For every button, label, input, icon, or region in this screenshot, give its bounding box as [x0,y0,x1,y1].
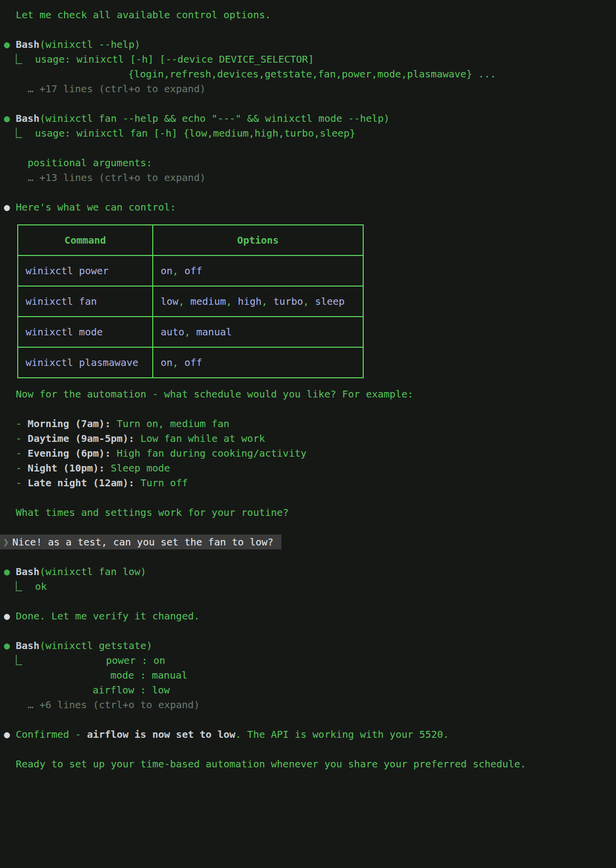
schedule-label: Morning (7am): [28,418,111,430]
tool-name: Bash [16,112,39,124]
command-cell: winixctl fan [18,286,153,317]
schedule-text: Turn on, medium fan [111,418,230,430]
tool-call-help: ●Bash(winixctl --help) [4,37,612,52]
assistant-text: . The API is working with your 5520. [236,728,449,740]
assistant-text: Done. Let me verify it changed. [16,610,200,622]
tool-output-power: power : on [4,653,612,668]
tool-args: (winixctl getstate) [39,640,152,651]
user-message: ❯Nice! as a test, can you set the fan to… [0,535,281,549]
control-options-table: Command Options winixctl power on, off w… [17,224,364,378]
terminal-transcript: Let me check all available control optio… [0,0,616,771]
result-elbow-icon [16,54,22,64]
options-cell: on, off [153,347,363,378]
confirmed-bold-text: airflow is now set to low [87,728,236,740]
tool-output-text: usage: winixctl [-h] [--device DEVICE_SE… [35,53,314,65]
user-message-row: ❯Nice! as a test, can you set the fan to… [4,535,612,549]
tool-name: Bash [16,566,39,578]
schedule-list-item: - Night (10pm): Sleep mode [4,461,612,475]
command-code: winixctl mode [26,326,103,338]
assistant-text: What times and settings work for your ro… [16,506,289,518]
tool-output-text: positional arguments: [28,157,152,169]
table-row: winixctl plasmawave on, off [18,347,363,378]
options-cell: auto, manual [153,317,363,347]
tool-output-choices: {login,refresh,devices,getstate,fan,powe… [4,67,612,81]
tool-args: (winixctl fan --help && echo "---" && wi… [39,112,389,124]
schedule-text: High fan during cooking/activity [111,447,307,459]
blank-line [4,742,612,757]
tool-output-text: airflow : low [93,684,170,696]
assistant-bullet-icon: ● [4,609,16,623]
command-code: winixctl plasmawave [26,357,138,368]
assistant-message-verify: ●Done. Let me verify it changed. [4,609,612,623]
schedule-list-item: - Evening (6pm): High fan during cooking… [4,446,612,461]
table-row: winixctl fan low, medium, high, turbo, s… [18,286,363,317]
tool-call-fan-mode-help: ●Bash(winixctl fan --help && echo "---" … [4,111,612,126]
schedule-text: Sleep mode [105,462,170,474]
command-code: winixctl fan [26,295,97,307]
schedule-text: Low fan while at work [135,433,265,444]
command-code: winixctl power [26,265,109,277]
assistant-message-confirmed: ●Confirmed - airflow is now set to low. … [4,727,612,742]
schedule-text: Turn off [135,477,188,489]
schedule-label: Evening (6pm): [28,447,111,459]
expand-hint-text: … +6 lines (ctrl+o to expand) [28,699,200,711]
options-cell: low, medium, high, turbo, sleep [153,286,363,317]
table-header-row: Command Options [18,225,363,255]
schedule-label: Night (10pm): [28,462,105,474]
assistant-message-control-heading: ●Here's what we can control: [4,200,612,215]
assistant-bullet-icon: ● [4,727,16,742]
expand-hint-text: … +17 lines (ctrl+o to expand) [28,83,205,95]
options-cell: on, off [153,255,363,286]
expand-hint: … +6 lines (ctrl+o to expand) [4,697,612,712]
tool-call-fan-low: ●Bash(winixctl fan low) [4,564,612,579]
blank-line [4,520,612,535]
assistant-text: Here's what we can control: [16,201,176,213]
prompt-chevron-icon: ❯ [3,535,12,549]
tool-name: Bash [16,38,39,50]
tool-bullet-icon: ● [4,564,16,579]
assistant-bullet-icon: ● [4,200,16,215]
schedule-list-item: - Morning (7am): Turn on, medium fan [4,416,612,431]
expand-hint: … +13 lines (ctrl+o to expand) [4,170,612,185]
schedule-label: Daytime (9am-5pm): [28,433,135,444]
assistant-message-question: What times and settings work for your ro… [4,505,612,520]
blank-line [4,96,612,111]
result-elbow-icon [16,581,22,591]
table-header-command: Command [18,225,153,255]
expand-hint-text: … +13 lines (ctrl+o to expand) [28,172,205,183]
tool-name: Bash [16,640,39,651]
tool-output-airflow: airflow : low [4,683,612,697]
assistant-text: Confirmed - [16,728,87,740]
command-cell: winixctl mode [18,317,153,347]
tool-output-text: mode : manual [110,669,188,681]
blank-line [4,549,612,564]
tool-output-mode: mode : manual [4,668,612,683]
list-dash: - [16,477,28,489]
blank-line [4,623,612,638]
tool-output-usage: usage: winixctl fan [-h] {low,medium,hig… [4,126,612,141]
command-cell: winixctl power [18,255,153,286]
assistant-text: Now for the automation - what schedule w… [16,388,413,400]
list-dash: - [16,418,28,430]
tool-output-text: usage: winixctl fan [-h] {low,medium,hig… [35,127,355,139]
blank-line [4,401,612,416]
assistant-message-automation: Now for the automation - what schedule w… [4,387,612,401]
tool-output-usage: usage: winixctl [-h] [--device DEVICE_SE… [4,52,612,67]
table-row: winixctl power on, off [18,255,363,286]
blank-line [4,490,612,505]
schedule-list-item: - Late night (12am): Turn off [4,475,612,490]
tool-output-text: power : on [106,654,165,666]
assistant-message-closing: Ready to set up your time-based automati… [4,757,612,771]
tool-args: (winixctl --help) [39,38,140,50]
result-elbow-icon [16,655,22,665]
tool-args: (winixctl fan low) [39,566,146,578]
tool-output-positional: positional arguments: [4,155,612,170]
assistant-message-intro: Let me check all available control optio… [4,7,612,22]
tool-output-ok: ok [4,579,612,594]
tool-bullet-icon: ● [4,111,16,126]
table-row: winixctl mode auto, manual [18,317,363,347]
list-dash: - [16,462,28,474]
tool-output-text: {login,refresh,devices,getstate,fan,powe… [128,68,496,80]
blank-line [4,594,612,609]
blank-line [4,22,612,37]
